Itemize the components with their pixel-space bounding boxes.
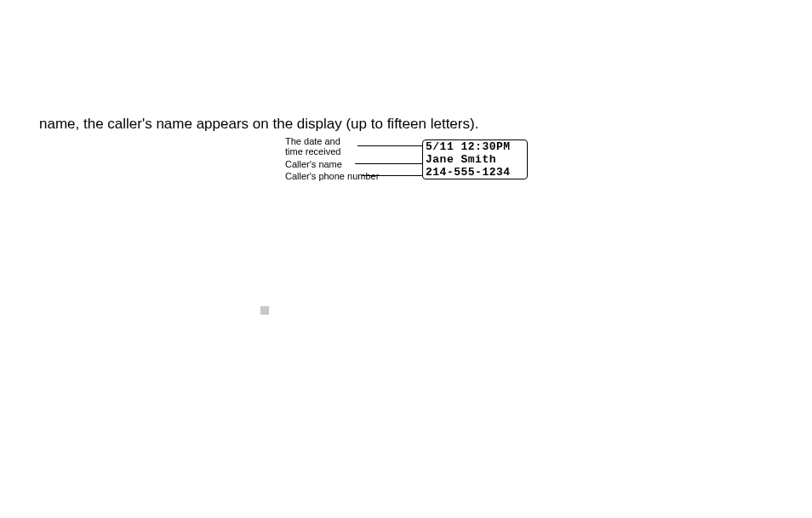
label-caller-name: Caller's name <box>285 159 342 169</box>
display-caller-phone: 214-555-1234 <box>426 166 524 179</box>
connector-line <box>355 163 422 164</box>
lcd-display: 5/11 12:30PM Jane Smith 214-555-1234 <box>422 139 528 179</box>
label-caller-phone: Caller's phone number <box>285 171 379 181</box>
connector-line <box>362 175 422 176</box>
connector-line <box>357 145 422 146</box>
body-text: name, the caller's name appears on the d… <box>39 116 478 133</box>
display-caller-name: Jane Smith <box>426 153 524 166</box>
decorative-square <box>260 306 269 315</box>
display-datetime: 5/11 12:30PM <box>426 140 524 153</box>
label-datetime-line1: The date and <box>285 136 340 146</box>
caller-id-diagram: The date and time received Caller's name… <box>285 136 540 187</box>
label-datetime: The date and time received <box>285 136 340 157</box>
label-datetime-line2: time received <box>285 146 340 157</box>
